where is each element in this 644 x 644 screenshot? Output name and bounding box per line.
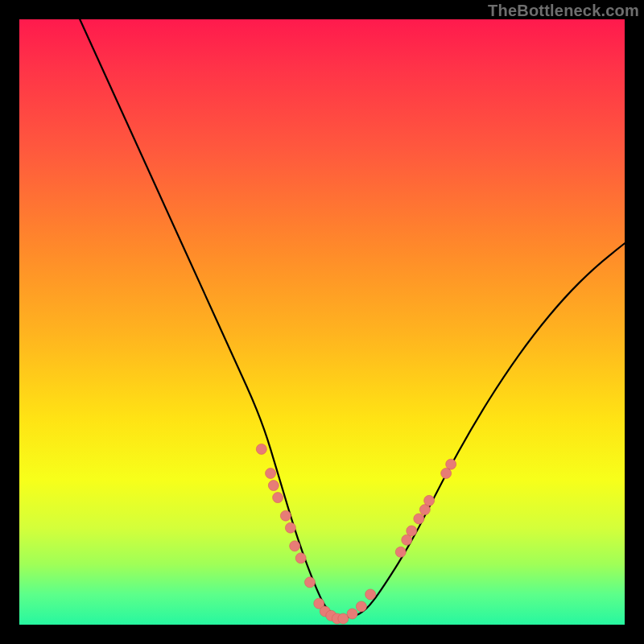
- curve-marker: [268, 481, 279, 491]
- curve-marker: [273, 493, 283, 503]
- watermark-text: TheBottleneck.com: [488, 2, 639, 20]
- curve-marker: [446, 459, 456, 469]
- chart-svg: [19, 19, 625, 625]
- curve-marker: [304, 577, 315, 588]
- curve-marker: [365, 589, 376, 600]
- curve-marker: [441, 469, 452, 479]
- curve-marker: [356, 601, 366, 612]
- curve-marker: [395, 547, 406, 557]
- chart-frame: TheBottleneck.com: [0, 0, 644, 644]
- curve-marker: [338, 613, 349, 624]
- bottleneck-curve: [80, 19, 625, 617]
- curve-marker: [347, 609, 357, 619]
- curve-marker: [280, 510, 291, 521]
- curve-marker: [407, 526, 417, 536]
- curve-markers: [256, 444, 456, 624]
- curve-marker: [285, 522, 295, 533]
- curve-marker: [256, 444, 266, 454]
- curve-marker: [295, 553, 306, 564]
- curve-marker: [402, 535, 412, 545]
- curve-marker: [290, 541, 300, 551]
- curve-marker: [414, 514, 424, 524]
- plot-area: [19, 19, 625, 625]
- curve-marker: [266, 469, 276, 479]
- curve-marker: [424, 495, 435, 506]
